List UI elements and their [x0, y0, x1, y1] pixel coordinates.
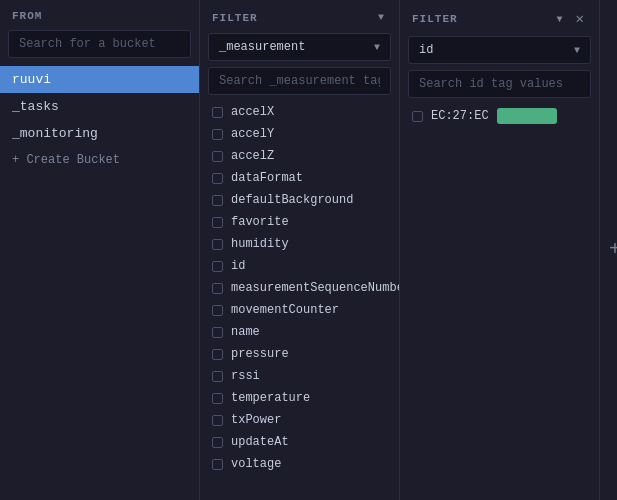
filter-list-item[interactable]: name [200, 321, 399, 343]
chevron-down-icon-2[interactable]: ▼ [553, 12, 568, 27]
measurement-filter-list: accelXaccelYaccelZdataFormatdefaultBackg… [200, 101, 399, 500]
from-panel: FROM ruuvi _tasks _monitoring + Create B… [0, 0, 200, 500]
id-value-checkbox[interactable] [412, 111, 423, 122]
dropdown-arrow-icon-2: ▼ [574, 45, 580, 56]
filter-item-label: updateAt [231, 435, 289, 449]
bucket-list: ruuvi _tasks _monitoring + Create Bucket [0, 66, 199, 500]
filter-item-checkbox[interactable] [212, 283, 223, 294]
filter-item-checkbox[interactable] [212, 261, 223, 272]
filter-list-item[interactable]: accelX [200, 101, 399, 123]
filter-list-item[interactable]: temperature [200, 387, 399, 409]
filter-item-label: accelY [231, 127, 274, 141]
close-icon[interactable]: ✕ [572, 10, 589, 28]
filter-list-item[interactable]: id [200, 255, 399, 277]
measurement-dropdown[interactable]: _measurement ▼ [208, 33, 391, 61]
filter-list-item[interactable]: defaultBackground [200, 189, 399, 211]
filter-item-checkbox[interactable] [212, 107, 223, 118]
filter-item-label: accelX [231, 105, 274, 119]
filter-item-checkbox[interactable] [212, 129, 223, 140]
filter-item-label: name [231, 325, 260, 339]
filter-item-label: rssi [231, 369, 260, 383]
dropdown-arrow-icon: ▼ [374, 42, 380, 53]
filter-list-item[interactable]: measurementSequenceNumber [200, 277, 399, 299]
filter-item-label: favorite [231, 215, 289, 229]
filter-list-item[interactable]: humidity [200, 233, 399, 255]
filter-list-item[interactable]: updateAt [200, 431, 399, 453]
id-value-badge [497, 108, 557, 124]
bucket-item-tasks[interactable]: _tasks [0, 93, 199, 120]
filter-item-label: defaultBackground [231, 193, 353, 207]
filter-item-checkbox[interactable] [212, 349, 223, 360]
measurement-search-input[interactable] [208, 67, 391, 95]
bucket-item-ruuvi[interactable]: ruuvi [0, 66, 199, 93]
filter-1-actions: ▼ [374, 10, 389, 25]
filter-item-checkbox[interactable] [212, 195, 223, 206]
filter-item-label: temperature [231, 391, 310, 405]
filter-item-label: id [231, 259, 245, 273]
filter-list-item[interactable]: pressure [200, 343, 399, 365]
filter-item-checkbox[interactable] [212, 415, 223, 426]
filter-panel-measurement: Filter ▼ _measurement ▼ accelXaccelYacce… [200, 0, 400, 500]
filter-item-label: movementCounter [231, 303, 339, 317]
id-dropdown[interactable]: id ▼ [408, 36, 591, 64]
bucket-search-input[interactable] [8, 30, 191, 58]
filter-item-label: voltage [231, 457, 281, 471]
filter-panel-id: Filter ▼ ✕ id ▼ EC:27:EC [400, 0, 600, 500]
filter-list-item[interactable]: movementCounter [200, 299, 399, 321]
filter-item-label: dataFormat [231, 171, 303, 185]
filter-item-checkbox[interactable] [212, 217, 223, 228]
filter-item-checkbox[interactable] [212, 459, 223, 470]
filter-1-header: Filter ▼ [200, 0, 399, 33]
filter-item-checkbox[interactable] [212, 437, 223, 448]
id-search-input[interactable] [408, 70, 591, 98]
filter-item-label: pressure [231, 347, 289, 361]
create-bucket-button[interactable]: + Create Bucket [0, 147, 199, 173]
bucket-item-monitoring[interactable]: _monitoring [0, 120, 199, 147]
add-filter-button[interactable]: + [603, 236, 617, 264]
filter-item-checkbox[interactable] [212, 393, 223, 404]
filter-item-checkbox[interactable] [212, 239, 223, 250]
filter-item-label: measurementSequenceNumber [231, 281, 399, 295]
id-filter-list: EC:27:EC [400, 104, 599, 500]
filter-item-label: accelZ [231, 149, 274, 163]
filter-list-item[interactable]: rssi [200, 365, 399, 387]
filter-item-label: humidity [231, 237, 289, 251]
filter-list-item[interactable]: accelY [200, 123, 399, 145]
chevron-down-icon[interactable]: ▼ [374, 10, 389, 25]
filter-item-checkbox[interactable] [212, 173, 223, 184]
filter-list-item[interactable]: favorite [200, 211, 399, 233]
filter-item-label: txPower [231, 413, 281, 427]
filter-item-checkbox[interactable] [212, 305, 223, 316]
filter-item-checkbox[interactable] [212, 151, 223, 162]
filter-item-checkbox[interactable] [212, 327, 223, 338]
filter-list-item[interactable]: txPower [200, 409, 399, 431]
add-panel: + [600, 0, 617, 500]
filter-2-header: Filter ▼ ✕ [400, 0, 599, 36]
id-value-text: EC:27:EC [431, 109, 489, 123]
from-header: FROM [0, 0, 199, 30]
filter-item-checkbox[interactable] [212, 371, 223, 382]
filter-list-item[interactable]: voltage [200, 453, 399, 475]
filter-list-item[interactable]: accelZ [200, 145, 399, 167]
id-value-row: EC:27:EC [400, 104, 599, 128]
filter-2-actions: ▼ ✕ [553, 10, 589, 28]
filter-list-item[interactable]: dataFormat [200, 167, 399, 189]
